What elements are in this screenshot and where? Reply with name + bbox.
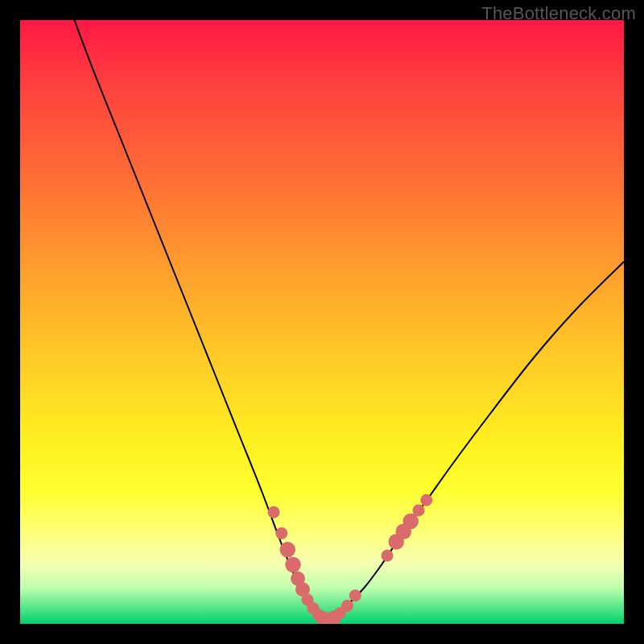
curve-marker (341, 600, 353, 612)
curve-marker (275, 527, 287, 539)
curve-marker (413, 505, 425, 517)
curve-markers (268, 494, 433, 624)
bottleneck-curve (20, 20, 624, 624)
curve-marker (382, 550, 394, 562)
chart-frame (20, 20, 624, 624)
curve-marker (285, 557, 301, 573)
curve-marker (349, 589, 361, 601)
curve-left-branch (75, 20, 325, 621)
watermark-text: TheBottleneck.com (481, 3, 636, 24)
curve-marker (420, 494, 432, 506)
curve-marker (280, 542, 296, 558)
curve-marker (268, 506, 280, 518)
curve-right-branch (325, 262, 624, 621)
